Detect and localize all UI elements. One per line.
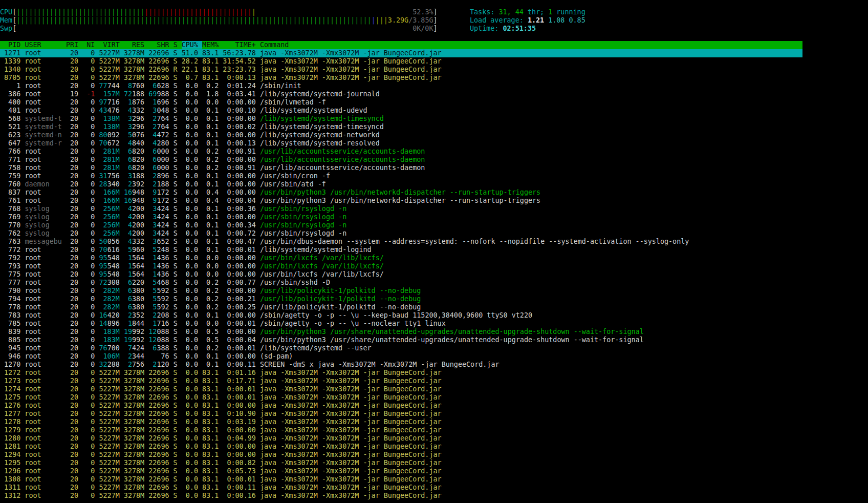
process-row[interactable]: 775 root 20 0 95548 1564 1436 S 0.0 0.0 …	[0, 270, 802, 279]
process-row[interactable]: 761 root 20 0 166M 16948 9172 S 0.0 0.4 …	[0, 197, 802, 205]
process-row-text: 1281 root 20 0 5227M 3278M 22696 S 0.0 8…	[0, 443, 442, 450]
table-header[interactable]: PID USER PRI NI VIRT RES SHR S CPU% MEM%…	[0, 41, 802, 49]
process-row[interactable]: 805 root 20 0 183M 19992 12088 S 0.0 0.5…	[0, 336, 802, 344]
process-row[interactable]: 771 root 20 0 281M 6820 6000 S 0.0 0.2 0…	[0, 156, 802, 164]
process-row[interactable]: 1275 root 20 0 5227M 3278M 22696 S 0.0 8…	[0, 393, 802, 402]
process-row[interactable]: 1273 root 20 0 5227M 3278M 22696 S 0.0 8…	[0, 377, 802, 385]
cell-virt: 72	[99, 279, 107, 286]
cell-virt: 14	[99, 320, 107, 327]
process-row[interactable]: 778 root 20 0 282M 6380 5592 S 0.0 0.2 0…	[0, 303, 802, 311]
cell-pri: 20	[66, 115, 78, 122]
mem-meter-blue-ticks: |	[372, 16, 376, 24]
process-row[interactable]: 1295 root 20 0 5227M 3278M 22696 S 0.0 8…	[0, 459, 802, 467]
cell-res: 6	[128, 279, 132, 286]
process-row[interactable]: 783 root 20 0 16420 2352 2208 S 0.0 0.1 …	[0, 311, 802, 320]
process-row[interactable]: 1339 root 20 0 5227M 3278M 22696 S 28.2 …	[0, 57, 802, 66]
column-header-pri[interactable]: PRI	[66, 41, 78, 49]
process-row[interactable]: 946 root 20 0 106M 2344 76 S 0.0 0.1 0:0…	[0, 352, 802, 361]
process-row[interactable]: 794 root 20 0 282M 6380 5592 S 0.0 0.2 0…	[0, 295, 802, 303]
cell-pri: 20	[66, 131, 78, 139]
column-header-command[interactable]: Command	[260, 41, 289, 49]
column-header-state[interactable]: S	[173, 41, 178, 49]
cell-state: S	[173, 320, 178, 327]
column-header-res[interactable]: RES	[124, 41, 144, 49]
tasks-count: 31, 44	[498, 8, 523, 16]
process-row[interactable]: 1279 root 20 0 5227M 3278M 22696 S 0.0 8…	[0, 426, 802, 434]
cell-virt: 256M	[103, 221, 120, 229]
column-header-user[interactable]: USER	[25, 41, 62, 49]
cell-virt: 166M	[103, 188, 120, 196]
cell-pid: 793	[0, 262, 20, 270]
cell-pid: 837	[0, 188, 20, 196]
column-header-virt[interactable]: VIRT	[99, 41, 120, 49]
cell-command: (sd-pam)	[260, 352, 293, 360]
process-row[interactable]: 785 root 20 0 14896 1844 1716 S 0.0 0.0 …	[0, 320, 802, 328]
process-row[interactable]: 770 syslog 20 0 256M 4200 3424 S 0.0 0.1…	[0, 221, 802, 229]
process-row[interactable]: 521 systemd-t 20 0 138M 3296 2764 S 0.0 …	[0, 123, 802, 131]
column-header-mem[interactable]: MEM%	[202, 41, 219, 49]
cell-res: 2	[128, 180, 132, 188]
process-row[interactable]: 763 messagebu 20 0 50056 4332 3652 S 0.0…	[0, 238, 802, 246]
column-header-cpu-sort[interactable]: CPU%	[182, 41, 202, 49]
process-row[interactable]: 1274 root 20 0 5227M 3278M 22696 S 0.0 8…	[0, 385, 802, 393]
cell-ni: 0	[82, 164, 95, 172]
column-header-ni[interactable]: NI	[82, 41, 95, 49]
mem-meter-label: Mem	[0, 16, 12, 24]
cell-virt: 281M	[103, 156, 120, 163]
process-row[interactable]: 401 root 20 0 43476 4332 3048 S 0.0 0.1 …	[0, 107, 802, 115]
process-row[interactable]: 768 syslog 20 0 256M 4200 3424 S 0.0 0.1…	[0, 205, 802, 213]
cell-ni: 0	[82, 270, 95, 278]
cell-command: /sbin/init	[260, 82, 301, 90]
mem-meter-used: 3.29G	[388, 16, 408, 24]
process-row[interactable]: 839 root 20 0 183M 19992 12088 S 0.0 0.5…	[0, 328, 802, 336]
process-row[interactable]: 760 daemon 20 0 28340 2392 2188 S 0.0 0.…	[0, 180, 802, 188]
process-row[interactable]: 769 syslog 20 0 256M 4200 3424 S 0.0 0.1…	[0, 213, 802, 221]
process-row[interactable]: 1278 root 20 0 5227M 3278M 22696 S 0.0 8…	[0, 418, 802, 426]
process-row[interactable]: 1296 root 20 0 5227M 3278M 22696 S 0.0 8…	[0, 467, 802, 475]
process-row[interactable]: 1311 root 20 0 5227M 3278M 22696 S 0.0 8…	[0, 484, 802, 492]
process-row[interactable]: 945 root 20 0 76700 7424 6388 S 0.0 0.2 …	[0, 344, 802, 352]
process-row[interactable]: 1340 root 20 0 5227M 3278M 22696 R 22.1 …	[0, 66, 802, 74]
cell-res: 8	[128, 82, 132, 90]
process-row[interactable]: 1308 root 20 0 5227M 3278M 22696 S 0.0 8…	[0, 475, 802, 484]
process-row[interactable]: 1276 root 20 0 5227M 3278M 22696 S 0.0 8…	[0, 402, 802, 410]
cell-command: /lib/systemd/systemd-journald	[260, 90, 380, 98]
column-header-shr[interactable]: SHR	[148, 41, 169, 49]
cell-pid: 761	[0, 197, 20, 204]
process-row[interactable]: 793 root 20 0 95548 1564 1436 S 0.0 0.0 …	[0, 262, 802, 270]
process-row[interactable]: 762 syslog 20 0 256M 4200 3424 S 0.0 0.1…	[0, 229, 802, 238]
process-row[interactable]: 8705 root 20 0 5227M 3278M 22696 S 0.7 8…	[0, 74, 802, 82]
cell-cpu: 0.0	[182, 270, 198, 278]
cell-time: 0:00.00	[223, 115, 256, 122]
uptime-value: 02:51:35	[503, 25, 536, 32]
process-row[interactable]: 1281 root 20 0 5227M 3278M 22696 S 0.0 8…	[0, 443, 802, 451]
cell-mem: 0.2	[202, 279, 219, 286]
column-header-time[interactable]: TIME+	[223, 41, 256, 49]
process-row[interactable]: 623 systemd-n 20 0 80092 5076 4472 S 0.0…	[0, 131, 802, 139]
process-row[interactable]: 1270 root 20 0 32288 2756 2120 S 0.0 0.1…	[0, 361, 802, 369]
process-row[interactable]: 790 root 20 0 282M 6380 5592 S 0.0 0.2 0…	[0, 287, 802, 295]
process-row[interactable]: 1 root 20 0 77744 8760 6628 S 0.0 0.2 0:…	[0, 82, 802, 90]
process-row[interactable]: 766 root 20 0 281M 6820 6000 S 0.0 0.2 0…	[0, 148, 802, 156]
process-row[interactable]: 1294 root 20 0 5227M 3278M 22696 S 0.0 8…	[0, 451, 802, 459]
process-row[interactable]: 1277 root 20 0 5227M 3278M 22696 S 0.0 8…	[0, 410, 802, 418]
column-header-pid[interactable]: PID	[0, 41, 20, 49]
process-row[interactable]: 568 systemd-t 20 0 138M 3296 2764 S 0.0 …	[0, 115, 802, 123]
process-row[interactable]: 758 root 20 0 281M 6820 6000 S 0.0 0.2 0…	[0, 164, 802, 172]
cell-res: 2	[128, 311, 132, 319]
process-row[interactable]: 772 root 20 0 70616 5960 5248 S 0.0 0.1 …	[0, 246, 802, 254]
process-row[interactable]: 1312 root 20 0 5227M 3278M 22696 S 0.0 8…	[0, 492, 802, 500]
process-row[interactable]: 759 root 20 0 31756 3188 2896 S 0.0 0.1 …	[0, 172, 802, 180]
process-row-text: 1295 root 20 0 5227M 3278M 22696 S 0.0 8…	[0, 459, 442, 467]
process-row[interactable]: 777 root 20 0 72308 6220 5468 S 0.0 0.2 …	[0, 279, 802, 287]
process-row[interactable]: 1271 root 20 0 5227M 3278M 22696 S 51.0 …	[0, 49, 802, 57]
cell-pid: 1	[0, 82, 20, 90]
process-row[interactable]: 837 root 20 0 166M 16948 9172 S 0.0 0.4 …	[0, 188, 802, 197]
process-row[interactable]: 1272 root 20 0 5227M 3278M 22696 S 0.0 8…	[0, 369, 802, 377]
cell-command: /usr/sbin/rsyslogd -n	[260, 221, 346, 229]
process-row[interactable]: 792 root 20 0 95548 1564 1436 S 0.0 0.0 …	[0, 254, 802, 262]
process-row[interactable]: 386 root 19 -1 157M 72188 69988 S 0.0 1.…	[0, 90, 802, 98]
process-row[interactable]: 400 root 20 0 97716 1876 1696 S 0.0 0.0 …	[0, 98, 802, 107]
process-row[interactable]: 1280 root 20 0 5227M 3278M 22696 S 0.0 8…	[0, 434, 802, 443]
process-row[interactable]: 647 systemd-r 20 0 70672 4840 4280 S 0.0…	[0, 139, 802, 148]
